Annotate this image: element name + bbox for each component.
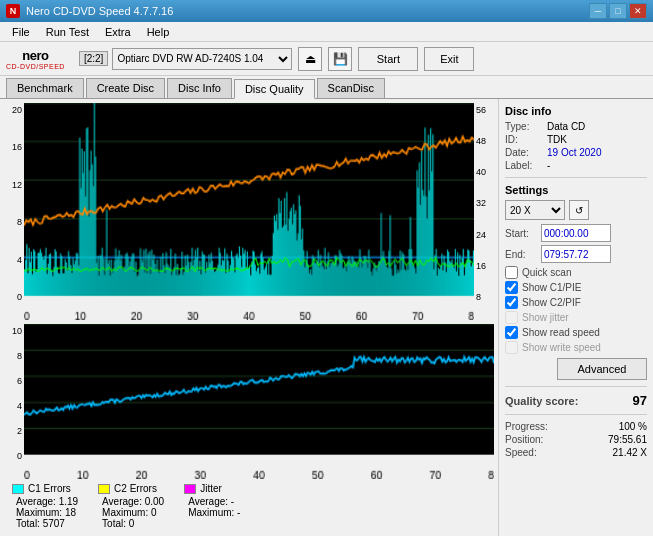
top-chart-y2-axis: 5648403224168 (474, 103, 494, 320)
speed-dropdown[interactable]: 20 X (505, 200, 565, 220)
title-text: Nero CD-DVD Speed 4.7.7.16 (26, 5, 173, 17)
disc-type-value: Data CD (547, 121, 585, 132)
progress-row: Progress: 100 % (505, 421, 647, 432)
tab-disc-quality[interactable]: Disc Quality (234, 79, 315, 99)
show-jitter-checkbox (505, 311, 518, 324)
progress-section: Progress: 100 % Position: 79:55.61 Speed… (505, 421, 647, 458)
chart-area: 201612840 5648403224168 1086420 C1 Error… (0, 99, 498, 536)
progress-value: 100 % (619, 421, 647, 432)
tab-benchmark[interactable]: Benchmark (6, 78, 84, 98)
menu-bar: File Run Test Extra Help (0, 22, 653, 42)
show-jitter-label: Show jitter (522, 312, 569, 323)
c1-max-value: 18 (65, 507, 76, 518)
disc-label-value: - (547, 160, 550, 171)
menu-help[interactable]: Help (139, 24, 178, 40)
jitter-color (184, 484, 196, 494)
show-write-speed-label: Show write speed (522, 342, 601, 353)
eject-button[interactable]: ⏏ (298, 47, 322, 71)
quick-scan-row: Quick scan (505, 266, 647, 279)
exit-button[interactable]: Exit (424, 47, 474, 71)
c2-max-label: Maximum: (102, 507, 148, 518)
tab-scan-disc[interactable]: ScanDisc (317, 78, 385, 98)
top-chart-canvas (24, 103, 474, 320)
c2-total-label: Total: (102, 518, 126, 529)
speed-label: Speed: (505, 447, 537, 458)
disc-id-row: ID: TDK (505, 134, 647, 145)
c2-label: C2 Errors (114, 483, 157, 494)
refresh-button[interactable]: ↺ (569, 200, 589, 220)
end-time-row: End: (505, 245, 647, 263)
c2-max-value: 0 (151, 507, 157, 518)
c2-avg-label: Average: (102, 496, 142, 507)
jitter-max-value: - (237, 507, 240, 518)
start-time-input[interactable] (541, 224, 611, 242)
tab-bar: Benchmark Create Disc Disc Info Disc Qua… (0, 76, 653, 99)
top-chart-y-axis: 201612840 (4, 103, 24, 320)
show-c1pie-label: Show C1/PIE (522, 282, 581, 293)
disc-label-row: Label: - (505, 160, 647, 171)
quality-score-value: 97 (633, 393, 647, 408)
show-c1pie-checkbox[interactable] (505, 281, 518, 294)
legend-c1: C1 Errors Average: 1.19 Maximum: 18 Tota… (12, 483, 78, 529)
advanced-button[interactable]: Advanced (557, 358, 647, 380)
tab-disc-info[interactable]: Disc Info (167, 78, 232, 98)
show-c2pif-checkbox[interactable] (505, 296, 518, 309)
end-time-input[interactable] (541, 245, 611, 263)
save-button[interactable]: 💾 (328, 47, 352, 71)
legend-c2: C2 Errors Average: 0.00 Maximum: 0 Total… (98, 483, 164, 529)
start-button[interactable]: Start (358, 47, 418, 71)
show-read-speed-row: Show read speed (505, 326, 647, 339)
menu-file[interactable]: File (4, 24, 38, 40)
progress-label: Progress: (505, 421, 548, 432)
disc-id-label: ID: (505, 134, 543, 145)
divider-1 (505, 177, 647, 178)
drive-selector: [2:2] Optiarc DVD RW AD-7240S 1.04 (79, 48, 292, 70)
show-read-speed-label: Show read speed (522, 327, 600, 338)
tab-create-disc[interactable]: Create Disc (86, 78, 165, 98)
title-bar: N Nero CD-DVD Speed 4.7.7.16 ─ □ ✕ (0, 0, 653, 22)
divider-2 (505, 386, 647, 387)
bottom-chart-canvas (24, 324, 494, 479)
maximize-button[interactable]: □ (609, 3, 627, 19)
disc-info-title: Disc info (505, 105, 647, 117)
disc-date-row: Date: 19 Oct 2020 (505, 147, 647, 158)
speed-row: 20 X ↺ (505, 200, 647, 220)
c1-avg-label: Average: (16, 496, 56, 507)
c1-total-value: 5707 (43, 518, 65, 529)
menu-run-test[interactable]: Run Test (38, 24, 97, 40)
c2-total-value: 0 (129, 518, 135, 529)
show-c1pie-row: Show C1/PIE (505, 281, 647, 294)
show-read-speed-checkbox[interactable] (505, 326, 518, 339)
show-c2pif-label: Show C2/PIF (522, 297, 581, 308)
drive-label: [2:2] (79, 51, 108, 66)
divider-3 (505, 414, 647, 415)
jitter-max-label: Maximum: (188, 507, 234, 518)
c1-total-label: Total: (16, 518, 40, 529)
quality-score-row: Quality score: 97 (505, 393, 647, 408)
nero-logo: nero CD-DVD/SPEED (6, 48, 65, 70)
speed-value: 21.42 X (613, 447, 647, 458)
drive-dropdown[interactable]: Optiarc DVD RW AD-7240S 1.04 (112, 48, 292, 70)
quick-scan-checkbox[interactable] (505, 266, 518, 279)
position-value: 79:55.61 (608, 434, 647, 445)
show-write-speed-row: Show write speed (505, 341, 647, 354)
speed-row: Speed: 21.42 X (505, 447, 647, 458)
c1-avg-value: 1.19 (59, 496, 78, 507)
position-label: Position: (505, 434, 543, 445)
c1-color (12, 484, 24, 494)
nero-logo-text: nero (22, 48, 48, 63)
close-button[interactable]: ✕ (629, 3, 647, 19)
c1-label: C1 Errors (28, 483, 71, 494)
bottom-chart-y-axis: 1086420 (4, 324, 24, 479)
menu-extra[interactable]: Extra (97, 24, 139, 40)
disc-label-label: Label: (505, 160, 543, 171)
jitter-avg-label: Average: (188, 496, 228, 507)
end-label: End: (505, 249, 537, 260)
app-icon: N (6, 4, 20, 18)
start-label: Start: (505, 228, 537, 239)
show-jitter-row: Show jitter (505, 311, 647, 324)
disc-id-value: TDK (547, 134, 567, 145)
quick-scan-label: Quick scan (522, 267, 571, 278)
c2-avg-value: 0.00 (145, 496, 164, 507)
minimize-button[interactable]: ─ (589, 3, 607, 19)
